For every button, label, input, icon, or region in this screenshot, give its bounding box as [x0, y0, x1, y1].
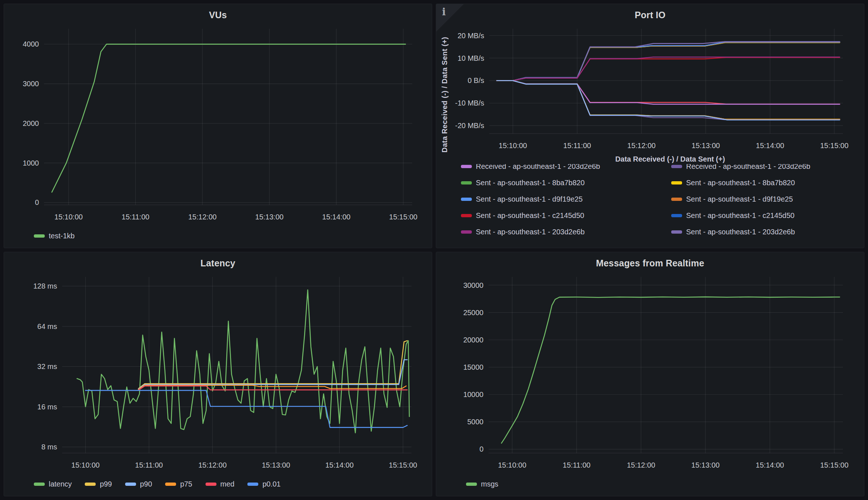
- svg-text:15:12:00: 15:12:00: [188, 213, 217, 221]
- legend-series-swatch: [671, 198, 682, 201]
- legend-series-swatch: [461, 198, 472, 201]
- legend-item[interactable]: test-1kb: [34, 232, 75, 240]
- latency-chart[interactable]: 15:10:0015:11:0015:12:0015:13:0015:14:00…: [8, 271, 428, 474]
- legend-series-swatch: [206, 483, 216, 486]
- legend-item[interactable]: p0.01: [247, 480, 280, 488]
- legend-item[interactable]: Sent - ap-southeast-1 - 8ba7b820: [671, 179, 810, 187]
- legend-series-label: Sent - ap-southeast-1 - 8ba7b820: [686, 179, 795, 187]
- panel-title-vus[interactable]: VUs: [8, 7, 428, 23]
- svg-text:5000: 5000: [467, 418, 484, 426]
- legend-item[interactable]: med: [206, 480, 235, 488]
- svg-text:8 ms: 8 ms: [41, 443, 57, 451]
- legend-item[interactable]: latency: [34, 480, 72, 488]
- legend-series-label: Sent - ap-southeast-1 - c2145d50: [686, 211, 795, 220]
- legend-series-label: Received - ap-southeast-1 - 203d2e6b: [686, 164, 810, 171]
- panel-title-latency[interactable]: Latency: [8, 255, 428, 271]
- legend-item[interactable]: Sent - ap-southeast-1 - 203d2e6b: [671, 228, 810, 236]
- legend-item[interactable]: Received - ap-southeast-1 - 203d2e6b: [461, 164, 663, 171]
- svg-text:4000: 4000: [23, 40, 39, 48]
- vus-legend: test-1kb: [8, 226, 428, 246]
- svg-text:128 ms: 128 ms: [33, 282, 57, 290]
- legend-item[interactable]: Sent - ap-southeast-1 - 203d2e6b: [461, 228, 663, 236]
- legend-series-label: Received - ap-southeast-1 - 203d2e6b: [476, 164, 600, 171]
- legend-item[interactable]: Sent - ap-southeast-1 - c2145d50: [461, 211, 663, 220]
- svg-text:3000: 3000: [23, 80, 39, 88]
- port-io-legend-clip: Received - ap-southeast-1 - 203d2e6bRece…: [440, 164, 860, 246]
- legend-item[interactable]: Sent - ap-southeast-1 - c2145d50: [671, 211, 810, 220]
- svg-text:0: 0: [479, 445, 483, 453]
- panel-messages: Messages from Realtime 15:10:0015:11:001…: [436, 252, 864, 496]
- legend-item[interactable]: p90: [125, 480, 152, 488]
- latency-legend: latencyp99p90p75medp0.01: [8, 474, 428, 494]
- legend-series-label: p0.01: [262, 480, 280, 488]
- port-io-y-axis-label-col: Data Received (-) / Data Sent (+): [440, 23, 453, 155]
- panel-title-messages[interactable]: Messages from Realtime: [440, 255, 860, 271]
- legend-series-label: latency: [49, 480, 72, 488]
- legend-series-swatch: [671, 165, 682, 168]
- latency-chart-area: 15:10:0015:11:0015:12:0015:13:0015:14:00…: [8, 271, 428, 474]
- svg-text:15:13:00: 15:13:00: [255, 213, 284, 221]
- svg-text:1000: 1000: [23, 159, 39, 167]
- legend-series-swatch: [125, 483, 136, 486]
- svg-text:15:12:00: 15:12:00: [627, 142, 656, 150]
- svg-text:15:14:00: 15:14:00: [325, 461, 354, 469]
- legend-item[interactable]: msgs: [466, 480, 498, 488]
- vus-chart[interactable]: 15:10:0015:11:0015:12:0015:13:0015:14:00…: [8, 23, 428, 226]
- legend-series-swatch: [671, 230, 682, 234]
- svg-text:0: 0: [35, 198, 39, 206]
- port-io-chart[interactable]: 15:10:0015:11:0015:12:0015:13:0015:14:00…: [453, 23, 860, 155]
- port-io-y-axis-label: Data Received (-) / Data Sent (+): [441, 37, 449, 152]
- legend-series-swatch: [671, 181, 682, 184]
- legend-series-swatch: [461, 214, 472, 217]
- legend-series-label: Sent - ap-southeast-1 - 203d2e6b: [686, 228, 795, 236]
- panel-port-io: i Port IO Data Received (-) / Data Sent …: [436, 4, 864, 248]
- svg-text:15:11:00: 15:11:00: [563, 142, 591, 150]
- legend-series-label: Sent - ap-southeast-1 - d9f19e25: [476, 195, 583, 203]
- svg-text:15:13:00: 15:13:00: [262, 461, 290, 469]
- info-icon[interactable]: i: [442, 6, 446, 17]
- svg-text:2000: 2000: [23, 119, 39, 127]
- panel-info-corner: [436, 4, 464, 32]
- svg-text:15000: 15000: [463, 363, 483, 371]
- legend-series-swatch: [461, 181, 472, 184]
- svg-text:15:13:00: 15:13:00: [692, 142, 720, 150]
- svg-text:10 MB/s: 10 MB/s: [458, 54, 484, 62]
- port-io-legend: Received - ap-southeast-1 - 203d2e6bRece…: [461, 164, 860, 240]
- legend-item[interactable]: Sent - ap-southeast-1 - 8ba7b820: [461, 179, 663, 187]
- svg-text:25000: 25000: [463, 309, 483, 317]
- legend-series-label: med: [220, 480, 235, 488]
- legend-series-label: Sent - ap-southeast-1 - c2145d50: [476, 211, 584, 220]
- legend-series-swatch: [671, 214, 682, 217]
- legend-item[interactable]: p75: [165, 480, 192, 488]
- vus-chart-area: 15:10:0015:11:0015:12:0015:13:0015:14:00…: [8, 23, 428, 226]
- port-io-x-axis-label: Data Received (-) / Data Sent (+): [440, 155, 860, 164]
- legend-item[interactable]: Sent - ap-southeast-1 - d9f19e25: [461, 195, 663, 203]
- svg-text:20 MB/s: 20 MB/s: [458, 32, 484, 40]
- legend-series-swatch: [461, 230, 472, 234]
- svg-text:15:12:00: 15:12:00: [627, 461, 655, 469]
- legend-series-label: Sent - ap-southeast-1 - 8ba7b820: [476, 179, 585, 187]
- panel-latency: Latency 15:10:0015:11:0015:12:0015:13:00…: [4, 252, 432, 496]
- legend-series-swatch: [34, 483, 45, 486]
- svg-text:15:15:00: 15:15:00: [820, 461, 848, 469]
- svg-text:16 ms: 16 ms: [37, 403, 57, 411]
- legend-series-swatch: [461, 165, 472, 168]
- svg-text:15:11:00: 15:11:00: [563, 461, 590, 469]
- messages-chart-area: 15:10:0015:11:0015:12:0015:13:0015:14:00…: [440, 271, 860, 474]
- svg-text:15:13:00: 15:13:00: [691, 461, 720, 469]
- svg-text:15:15:00: 15:15:00: [389, 213, 418, 221]
- svg-text:15:14:00: 15:14:00: [756, 461, 784, 469]
- svg-text:20000: 20000: [463, 336, 483, 344]
- svg-text:15:10:00: 15:10:00: [55, 213, 83, 221]
- svg-text:15:14:00: 15:14:00: [756, 142, 784, 150]
- legend-series-label: test-1kb: [49, 232, 75, 240]
- legend-item[interactable]: p99: [85, 480, 112, 488]
- panel-vus: VUs 15:10:0015:11:0015:12:0015:13:0015:1…: [4, 4, 432, 248]
- legend-item[interactable]: Received - ap-southeast-1 - 203d2e6b: [671, 164, 810, 171]
- panel-title-port-io[interactable]: Port IO: [440, 7, 860, 23]
- legend-series-swatch: [85, 483, 96, 486]
- legend-series-label: p90: [140, 480, 152, 488]
- legend-item[interactable]: Sent - ap-southeast-1 - d9f19e25: [671, 195, 810, 203]
- messages-chart[interactable]: 15:10:0015:11:0015:12:0015:13:0015:14:00…: [440, 271, 860, 474]
- svg-text:64 ms: 64 ms: [37, 322, 57, 330]
